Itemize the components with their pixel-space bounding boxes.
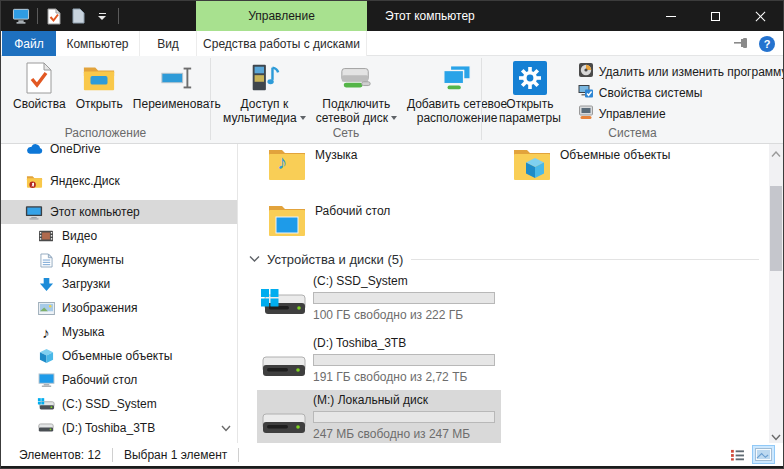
map-network-drive-button[interactable]: Подключитьсетевой диск <box>311 59 402 127</box>
sidebar-item-3d-objects[interactable]: Объемные объекты <box>1 344 237 368</box>
system-properties-icon <box>578 83 594 102</box>
sidebar-item-documents[interactable]: Документы <box>1 248 237 272</box>
sidebar-item-label: Изображения <box>62 301 137 315</box>
devices-and-drives-section-header: Устройства и диски (5) <box>249 250 759 268</box>
sidebar-item-desktop[interactable]: Рабочий стол <box>1 368 237 392</box>
sidebar-scroll-down-icon[interactable] <box>221 421 231 435</box>
rename-icon <box>160 61 194 95</box>
details-view-button[interactable] <box>726 445 749 464</box>
drive-name: (M:) Локальный диск <box>313 393 428 407</box>
scroll-up-icon[interactable] <box>771 147 781 157</box>
properties-button[interactable]: Свойства <box>8 59 71 113</box>
scroll-down-icon[interactable] <box>771 430 781 440</box>
drive-usage-bar <box>313 411 495 423</box>
help-icon[interactable]: ? <box>759 36 775 52</box>
uninstall-program-button[interactable]: Удалить или изменить программу <box>574 61 784 82</box>
sidebar-item-drive-c[interactable]: (C:) SSD_System <box>1 392 237 416</box>
ribbon: Свойства Открыть Переименовать Расположе… <box>1 56 783 144</box>
drive-free-space: 191 ГБ свободно из 2,72 ТБ <box>313 370 467 384</box>
properties-icon <box>22 61 56 95</box>
drive-icon <box>37 419 55 437</box>
sidebar-item-videos[interactable]: Видео <box>1 224 237 248</box>
button-label: Свойства <box>13 97 66 111</box>
drive-name: (D:) Toshiba_3TB <box>313 336 406 350</box>
folder-tile-3d-objects[interactable]: Объемные объекты <box>512 145 750 189</box>
button-label: Подключитьсетевой диск <box>316 97 397 125</box>
group-label-location: Расположение <box>1 126 210 140</box>
close-button[interactable] <box>738 1 783 31</box>
desktop-folder-icon <box>267 201 307 239</box>
maximize-button[interactable] <box>693 1 738 31</box>
status-separator <box>238 448 239 462</box>
navigation-pane: OneDrive Яндекс.Диск Этот компьютер <box>1 144 238 443</box>
window-title: Этот компьютер <box>385 1 475 31</box>
sidebar-item-yandex-disk[interactable]: Яндекс.Диск <box>1 169 237 193</box>
system-properties-button[interactable]: Свойства системы <box>574 82 784 103</box>
folder-label: Объемные объекты <box>560 148 670 189</box>
pictures-icon <box>37 299 55 317</box>
customize-toolbar-chevron[interactable] <box>90 5 114 27</box>
media-access-icon <box>247 61 281 95</box>
sidebar-item-label: Музыка <box>62 325 104 339</box>
group-label-network: Сеть <box>211 126 481 140</box>
tab-computer[interactable]: Компьютер <box>56 31 140 56</box>
sidebar-item-onedrive[interactable]: OneDrive <box>1 144 237 161</box>
tab-file[interactable]: Файл <box>2 31 56 56</box>
3d-objects-folder-icon <box>512 145 552 183</box>
sidebar-item-label: Документы <box>62 253 124 267</box>
window-controls <box>648 1 783 31</box>
media-access-button[interactable]: Доступ кмультимедиа <box>218 59 311 127</box>
contextual-tab-header[interactable]: Управление <box>196 1 367 31</box>
group-label-system: Система <box>482 126 783 140</box>
drive-usage-bar <box>313 354 495 366</box>
scrollbar-thumb[interactable] <box>770 186 782 271</box>
minimize-button[interactable] <box>648 1 693 31</box>
sidebar-item-pictures[interactable]: Изображения <box>1 296 237 320</box>
uninstall-program-icon <box>578 62 594 81</box>
titlebar: Управление Этот компьютер <box>1 1 783 31</box>
new-item-icon[interactable] <box>66 5 90 27</box>
folder-tile-music[interactable]: ♪ Музыка <box>267 145 505 189</box>
drive-name: (C:) SSD_System <box>313 274 408 288</box>
system-drive-icon <box>259 287 307 323</box>
drive-free-space: 247 МБ свободно из 247 МБ <box>313 427 470 441</box>
sidebar-item-music[interactable]: ♪ Музыка <box>1 320 237 344</box>
computer-management-button[interactable]: Управление <box>574 103 784 124</box>
settings-gear-icon <box>513 61 547 95</box>
downloads-icon <box>37 275 55 293</box>
this-pc-icon <box>25 203 43 221</box>
drive-tile-m[interactable]: (M:) Локальный диск 247 МБ свободно из 2… <box>257 390 501 446</box>
drive-tile-d[interactable]: (D:) Toshiba_3TB 191 ГБ свободно из 2,72… <box>257 333 501 389</box>
large-icons-view-button[interactable] <box>752 445 775 464</box>
folder-tile-desktop[interactable]: Рабочий стол <box>267 201 505 245</box>
onedrive-icon <box>25 144 43 158</box>
sidebar-item-this-pc[interactable]: Этот компьютер <box>1 200 237 224</box>
sidebar-item-drive-d[interactable]: (D:) Toshiba_3TB <box>1 416 237 440</box>
pin-ribbon-icon[interactable] <box>734 36 749 52</box>
tab-view[interactable]: Вид <box>140 31 197 56</box>
map-network-drive-icon <box>339 61 373 95</box>
explorer-window: Управление Этот компьютер Файл Компьютер… <box>0 0 784 469</box>
open-settings-button[interactable]: Открытьпараметры <box>494 59 566 127</box>
properties-icon[interactable] <box>42 5 66 27</box>
sidebar-item-label: OneDrive <box>50 144 101 156</box>
3d-objects-icon <box>37 347 55 365</box>
this-pc-icon[interactable] <box>9 5 33 27</box>
drive-tile-c[interactable]: (C:) SSD_System 100 ГБ свободно из 222 Г… <box>257 271 501 327</box>
sidebar-item-label: Этот компьютер <box>50 205 140 219</box>
drive-free-space: 100 ГБ свободно из 222 ГБ <box>313 308 463 322</box>
sidebar-item-downloads[interactable]: Загрузки <box>1 272 237 296</box>
videos-icon <box>37 227 55 245</box>
drive-usage-bar <box>313 292 495 304</box>
drive-icon <box>259 406 307 442</box>
sidebar-item-label: (C:) SSD_System <box>62 397 157 411</box>
tab-drive-tools[interactable]: Средства работы с дисками <box>197 31 367 56</box>
computer-management-icon <box>578 104 594 123</box>
vertical-scrollbar[interactable] <box>769 144 783 443</box>
section-title: Устройства и диски (5) <box>267 252 403 267</box>
ribbon-group-system: Открытьпараметры Удалить или изменить пр… <box>482 56 783 143</box>
open-button[interactable]: Открыть <box>71 59 128 113</box>
open-folder-icon <box>82 61 116 95</box>
collapse-chevron-icon[interactable] <box>249 252 260 266</box>
toolbar-separator <box>118 8 119 24</box>
